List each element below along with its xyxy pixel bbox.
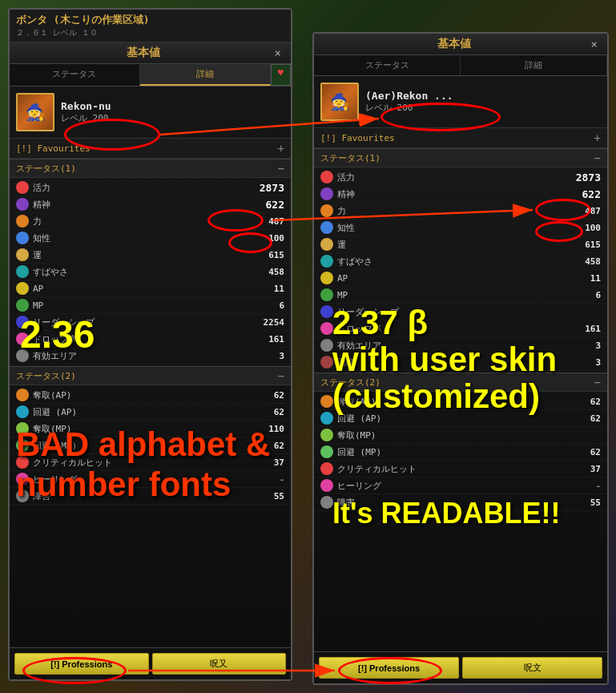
- r-crit-value: 37: [569, 464, 601, 474]
- r-spirit-value: 622: [569, 188, 601, 200]
- heal-label: ヒーリング: [33, 473, 252, 486]
- r-dodge-mp-icon: [320, 445, 333, 458]
- left-favourites-plus[interactable]: +: [278, 142, 284, 155]
- table-row: AP 11: [314, 270, 607, 287]
- table-row: すばやさ 458: [10, 264, 291, 280]
- right-professions-button[interactable]: [!] Professions: [319, 657, 459, 679]
- luck-value: 615: [252, 250, 284, 260]
- right-status1-label: ステータス(1): [320, 152, 380, 164]
- r-intel-icon: [320, 221, 333, 234]
- left-heart-button[interactable]: ♥: [271, 64, 291, 86]
- intel-icon: [16, 232, 29, 244]
- table-row: AP 11: [10, 280, 291, 297]
- vitality-icon: [16, 181, 29, 194]
- table-row: 知性 100: [314, 220, 607, 236]
- left-close-button[interactable]: ×: [272, 46, 284, 59]
- table-row: ヒーリング -: [10, 471, 291, 488]
- right-favourites-plus[interactable]: +: [594, 131, 601, 144]
- table-row: 知性 100: [10, 230, 291, 247]
- leadership-label: リーダーシップ: [33, 316, 252, 328]
- vitality-label: 活力: [33, 182, 252, 194]
- right-tab-bar: ステータス 詳細: [314, 55, 607, 76]
- right-status1-collapse[interactable]: −: [594, 151, 601, 164]
- spirit-icon: [16, 198, 29, 211]
- droprate-value: 161: [252, 334, 284, 344]
- left-professions-button[interactable]: [!] Professions: [14, 653, 149, 675]
- crit-value: 37: [252, 457, 284, 468]
- droprate-icon: [16, 332, 29, 345]
- left-tab-bar: ステータス 詳細 ♥: [10, 64, 291, 87]
- table-row: 精神 622: [314, 186, 607, 203]
- r-vitality-icon: [320, 171, 333, 183]
- r-agility-label: すばやさ: [337, 256, 569, 268]
- left-tab-status[interactable]: ステータス: [10, 64, 140, 86]
- ap-value: 11: [252, 284, 284, 294]
- left-tab-detail[interactable]: 詳細: [140, 64, 271, 86]
- right-tab-status[interactable]: ステータス: [314, 55, 461, 75]
- vitality-value: 2873: [252, 182, 284, 194]
- agility-value: 458: [252, 267, 284, 277]
- r-agility-value: 458: [569, 256, 601, 267]
- table-row: MP 6: [314, 287, 607, 304]
- right-stats2-container: 奪取(AP) 62 回避 (AP) 62 奪取(MP) 回避 (MP) 62 ク…: [314, 392, 607, 513]
- right-status2-label: ステータス(2): [320, 377, 380, 389]
- r-dodge-ap-icon: [320, 412, 333, 425]
- table-row: 回避 (AP) 62: [10, 404, 291, 421]
- left-spell-button[interactable]: 呪又: [152, 653, 287, 675]
- r-mp-icon: [320, 288, 333, 301]
- r-steal-mp-icon: [320, 429, 333, 441]
- mp-icon: [16, 299, 29, 312]
- right-close-button[interactable]: ×: [588, 38, 601, 50]
- left-status1-label: ステータス(1): [16, 163, 76, 175]
- luck-icon: [16, 248, 29, 261]
- r-strength-label: 力: [337, 205, 569, 217]
- right-bottom-bar: [!] Professions 呪文: [314, 651, 607, 683]
- right-favourites-header: [!] Favourites +: [314, 128, 607, 148]
- table-row: リーダーシップ 2254: [10, 314, 291, 331]
- r-dodge-mp-label: 回避 (MP): [337, 446, 569, 458]
- table-row: 運 615: [314, 236, 607, 253]
- crit-label: クリティカルヒット: [33, 457, 252, 469]
- r-mp-label: MP: [337, 290, 569, 300]
- dodge-mp-label: 回避 (MP): [33, 440, 252, 452]
- right-status2-header: ステータス(2) −: [314, 373, 607, 392]
- steal-mp-value: 110: [252, 424, 284, 434]
- left-bottom-bar: [!] Professions 呪又: [10, 647, 291, 679]
- r-summon-value: 3: [569, 357, 601, 368]
- left-window-title: ボンタ (木こりの作業区域): [16, 13, 284, 27]
- r-agility-icon: [320, 255, 333, 268]
- intel-label: 知性: [33, 232, 252, 244]
- left-char-name: Rekon-nu: [61, 100, 111, 112]
- r-ap-value: 11: [569, 273, 601, 284]
- spirit-label: 精神: [33, 199, 252, 211]
- left-stats1-container: 活力 2873 精神 622 力 487 知性 100 運 615: [10, 178, 291, 366]
- mp-value: 6: [252, 300, 284, 311]
- table-row: 奪取(MP): [314, 427, 607, 444]
- right-tab-detail[interactable]: 詳細: [461, 55, 607, 75]
- table-row: MP 6: [10, 297, 291, 314]
- table-row: 召喚 3: [314, 354, 607, 371]
- r-leadership-icon: [320, 305, 333, 318]
- r-crit-icon: [320, 462, 333, 475]
- r-luck-label: 運: [337, 239, 569, 251]
- r-area-value: 3: [569, 340, 601, 351]
- left-panel-scroll[interactable]: [!] Favourites + ステータス(1) − 活力 2873 精神 6…: [10, 139, 291, 693]
- right-spell-button[interactable]: 呪文: [462, 657, 602, 679]
- r-area-label: 有効エリア: [337, 340, 569, 352]
- right-status2-collapse[interactable]: −: [594, 376, 601, 389]
- r-mp-value: 6: [569, 290, 601, 300]
- right-panel-title: 基本値: [320, 37, 588, 51]
- r-heal-value: -: [569, 481, 601, 491]
- r-summon-label: 召喚: [337, 357, 569, 369]
- intel-value: 100: [252, 233, 284, 244]
- left-favourites-label: [!] Favourites: [16, 143, 91, 154]
- left-status1-collapse[interactable]: −: [278, 162, 284, 175]
- dodge-mp-value: 62: [252, 441, 284, 451]
- right-panel-scroll[interactable]: [!] Favourites + ステータス(1) − 活力 2873 精神 6…: [314, 128, 607, 682]
- table-row: クリティカルヒット 37: [10, 454, 291, 471]
- strength-icon: [16, 215, 29, 228]
- r-area-icon: [320, 339, 333, 352]
- r-dodge-ap-label: 回避 (AP): [337, 413, 569, 425]
- r-spirit-icon: [320, 187, 333, 200]
- left-status2-collapse[interactable]: −: [278, 369, 284, 382]
